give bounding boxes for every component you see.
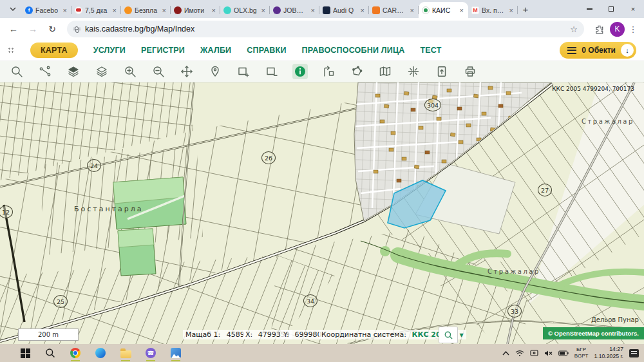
- nav-pravosposobni-litsa[interactable]: ПРАВОСПОСОБНИ ЛИЦА: [302, 46, 405, 55]
- profile-avatar[interactable]: K: [610, 22, 625, 37]
- tab-facebook[interactable]: fFacebo×: [22, 2, 71, 18]
- close-icon[interactable]: ×: [359, 6, 366, 14]
- url-text[interactable]: kais.cadastre.bg/bg/Map/Index: [85, 24, 565, 33]
- zoom-in-tool[interactable]: [122, 64, 138, 79]
- jobs-icon: [273, 6, 281, 14]
- export-tool[interactable]: [434, 64, 450, 79]
- layers-filled-tool[interactable]: [66, 64, 81, 79]
- notifications-icon[interactable]: [629, 349, 639, 357]
- volume-muted-icon[interactable]: [544, 350, 553, 357]
- back-button[interactable]: ←: [5, 21, 22, 37]
- tab-label: CARS.B: [383, 6, 406, 14]
- battery-icon[interactable]: [558, 350, 569, 356]
- route-tool[interactable]: [37, 64, 53, 79]
- layers-tool[interactable]: [94, 64, 109, 79]
- tab-imoti[interactable]: Имоти×: [171, 2, 220, 18]
- nav-uslugi[interactable]: УСЛУГИ: [93, 46, 126, 55]
- close-icon[interactable]: ×: [111, 6, 118, 14]
- tab-audi[interactable]: Audi Q×: [319, 2, 369, 18]
- map-search-tool[interactable]: [9, 64, 24, 79]
- extensions-icon[interactable]: [591, 21, 607, 37]
- apps-grid-icon[interactable]: [8, 47, 15, 54]
- y-readout: Y: 699980: [281, 330, 324, 339]
- cast-display-icon[interactable]: [530, 350, 538, 357]
- nav-registri[interactable]: РЕГИСТРИ: [141, 46, 185, 55]
- parcel-number-27: 27: [538, 184, 552, 196]
- map-canvas: [0, 82, 644, 344]
- tab-search-button[interactable]: [5, 2, 21, 16]
- osm-attribution[interactable]: © OpenStreetMap contributors.: [543, 327, 644, 339]
- start-button[interactable]: [17, 345, 33, 361]
- close-window-button[interactable]: ×: [622, 0, 644, 18]
- taskbar-clock[interactable]: 14:27 1.10.2025 г.: [594, 346, 623, 360]
- tab-gmail[interactable]: MВх. пощ×: [468, 2, 518, 18]
- zoom-out-tool[interactable]: [151, 64, 166, 79]
- close-icon[interactable]: ×: [161, 6, 167, 14]
- export-document-icon: [435, 65, 448, 78]
- close-icon[interactable]: ×: [211, 6, 217, 14]
- tab-cars[interactable]: CARS.B×: [369, 2, 419, 18]
- close-icon[interactable]: ×: [260, 6, 267, 14]
- objects-pill[interactable]: 0 Обекти ↓: [560, 42, 636, 59]
- select-rect-add-tool[interactable]: [236, 64, 251, 79]
- close-icon[interactable]: ×: [62, 6, 68, 14]
- nav-zhalbi[interactable]: ЖАЛБИ: [200, 46, 231, 55]
- maximize-button[interactable]: [600, 0, 622, 18]
- pan-tool[interactable]: [179, 64, 194, 79]
- language-top: БГР: [574, 347, 589, 353]
- tab-jobs[interactable]: JOBS.B×: [270, 2, 319, 18]
- basemap-tool[interactable]: [377, 64, 393, 79]
- close-icon[interactable]: ×: [409, 6, 415, 14]
- address-bar[interactable]: kais.cadastre.bg/bg/Map/Index ☆: [67, 21, 584, 37]
- taskbar-chrome[interactable]: [67, 345, 84, 361]
- snap-corner-tool[interactable]: [321, 64, 336, 79]
- site-settings-icon[interactable]: [73, 28, 80, 31]
- time: 14:27: [594, 346, 623, 353]
- cars-icon: [372, 6, 380, 14]
- close-icon[interactable]: ×: [310, 6, 316, 14]
- close-icon[interactable]: ×: [508, 6, 515, 14]
- print-tool[interactable]: [462, 64, 478, 79]
- objects-download-button[interactable]: ↓: [621, 44, 634, 57]
- tab-bezpla[interactable]: Безпла×: [121, 2, 171, 18]
- polygon-tool[interactable]: [349, 64, 365, 79]
- locate-tool[interactable]: [207, 64, 223, 79]
- photos-icon: [171, 348, 181, 358]
- zoom-in-icon: [124, 65, 137, 78]
- tray-overflow-button[interactable]: [502, 351, 509, 356]
- hamburger-icon: [567, 47, 576, 54]
- new-tab-button[interactable]: +: [518, 1, 533, 17]
- statusbar-search-button[interactable]: [439, 327, 458, 343]
- language-indicator[interactable]: БГР BGPT: [574, 347, 589, 359]
- bookmark-star-icon[interactable]: ☆: [570, 24, 578, 34]
- select-rect-remove-tool[interactable]: [264, 64, 279, 79]
- nav-test[interactable]: ТЕСТ: [420, 46, 441, 55]
- tab-kais-active[interactable]: КАИС×: [419, 2, 468, 18]
- reload-button[interactable]: ↻: [44, 21, 61, 37]
- wifi-icon[interactable]: [515, 350, 524, 357]
- nav-karta[interactable]: КАРТА: [30, 43, 78, 58]
- nav-spravki[interactable]: СПРАВКИ: [247, 46, 286, 55]
- taskbar-search-button[interactable]: [42, 345, 59, 361]
- info-tool-active[interactable]: [292, 64, 308, 79]
- objects-count: 0 Обекти: [582, 46, 616, 55]
- window-controls: ×: [578, 0, 644, 18]
- split-view-tool[interactable]: [406, 64, 421, 79]
- taskbar-explorer[interactable]: [117, 345, 134, 361]
- browser-menu-icon[interactable]: ⋮: [627, 24, 639, 34]
- taskbar-edge[interactable]: [92, 345, 109, 361]
- crs-dropdown-icon[interactable]: ▼: [459, 332, 463, 338]
- close-icon[interactable]: ×: [459, 6, 465, 14]
- rect-plus-icon: [237, 65, 250, 78]
- caret-up-icon: [502, 351, 509, 356]
- corner-arrow-icon: [322, 65, 335, 78]
- tab-olx[interactable]: OLX.bg×: [220, 2, 270, 18]
- layers-filled-icon: [67, 65, 80, 78]
- taskbar-viber[interactable]: ☎: [142, 345, 159, 361]
- taskbar-photos[interactable]: [167, 345, 184, 361]
- minimize-button[interactable]: [578, 0, 600, 18]
- tab-7-5-dka[interactable]: 7,5 дка×: [71, 2, 121, 18]
- search-icon: [10, 65, 23, 78]
- forward-button[interactable]: →: [24, 21, 41, 37]
- cadastral-map[interactable]: ККС 2005 4799204, 700173 12 24 26 27 25 …: [0, 82, 644, 344]
